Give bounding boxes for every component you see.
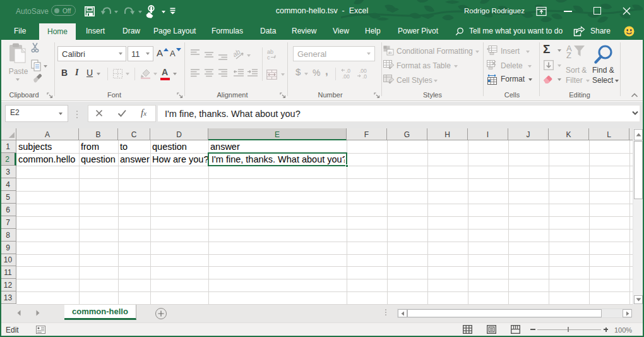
svg-text:≠: ≠ bbox=[388, 51, 391, 55]
svg-text:.0: .0 bbox=[362, 73, 367, 79]
svg-text:.00: .00 bbox=[342, 73, 350, 79]
svg-text:c: c bbox=[267, 54, 270, 59]
